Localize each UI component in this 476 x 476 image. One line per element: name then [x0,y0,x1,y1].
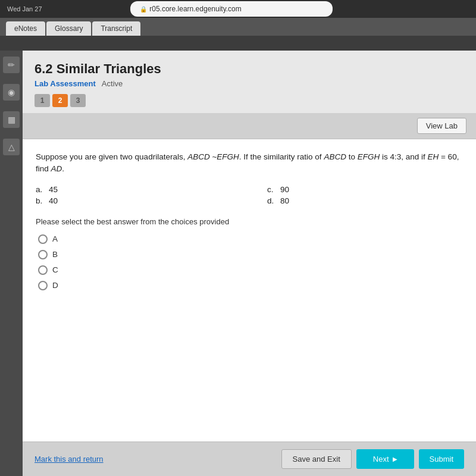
question-tabs: 1 2 3 [35,94,464,107]
tab-transcript[interactable]: Transcript [92,21,140,36]
radio-option-a[interactable]: A [38,234,463,244]
tab-enotes[interactable]: eNotes [6,21,45,36]
question-text: Suppose you are given two quadrilaterals… [36,151,463,176]
page-subtitle-row: Lab Assessment Active [35,79,464,88]
answer-a-label: a. [36,185,45,194]
tab-bar: eNotes Glossary Transcript [0,18,476,36]
mark-return-link[interactable]: Mark this and return [35,455,104,464]
active-badge: Active [102,79,123,88]
radio-circle-d[interactable] [38,281,48,290]
lab-assessment-label: Lab Assessment [35,79,96,88]
submit-button[interactable]: Submit [419,449,464,469]
next-button[interactable]: Next [356,449,414,469]
answer-a: a. 45 [36,185,231,194]
radio-circle-b[interactable] [38,250,48,259]
view-lab-button[interactable]: View Lab [417,118,466,134]
tab-glossary[interactable]: Glossary [46,21,91,36]
radio-label-b: B [52,250,58,259]
save-exit-button[interactable]: Save and Exit [281,449,352,469]
footer-bar: Mark this and return Save and Exit Next … [23,441,476,476]
radio-circle-c[interactable] [38,265,48,275]
browser-titlebar: Wed Jan 27 🔒 r05.core.learn.edgenuity.co… [0,0,476,18]
question-tab-1[interactable]: 1 [35,94,50,107]
url-text: r05.core.learn.edgenuity.com [149,5,242,13]
answer-a-value: 45 [49,185,58,194]
answer-b-value: 40 [49,196,58,205]
url-bar[interactable]: 🔒 r05.core.learn.edgenuity.com [130,1,333,17]
radio-group: A B C D [36,234,463,290]
sidebar-icons: ✏ ◉ ▦ △ [0,51,23,476]
main-panel: ✏ ◉ ▦ △ 6.2 Similar Triangles Lab Assess… [0,51,476,476]
calculator-icon[interactable]: ▦ [3,111,20,128]
content-area: 6.2 Similar Triangles Lab Assessment Act… [23,51,476,476]
headphones-icon[interactable]: ◉ [3,84,20,101]
answer-d: d. 80 [267,196,463,205]
radio-circle-a[interactable] [38,234,48,244]
question-content: Suppose you are given two quadrilaterals… [23,139,476,441]
graph-icon[interactable]: △ [3,139,20,155]
radio-option-b[interactable]: B [38,250,463,259]
radio-label-a: A [52,234,58,243]
answer-c-value: 90 [280,185,289,194]
view-lab-bar: View Lab [23,113,476,139]
pencil-icon[interactable]: ✏ [3,57,20,73]
answer-b-label: b. [36,196,45,205]
browser-date: Wed Jan 27 [7,5,42,12]
radio-option-d[interactable]: D [38,281,463,290]
page-title: 6.2 Similar Triangles [35,61,464,77]
answer-grid: a. 45 c. 90 b. 40 d. 80 [36,185,463,205]
radio-option-c[interactable]: C [38,265,463,275]
lock-icon: 🔒 [140,6,147,12]
select-prompt: Please select the best answer from the c… [36,217,463,226]
page-header: 6.2 Similar Triangles Lab Assessment Act… [23,51,476,113]
answer-c: c. 90 [267,185,463,194]
radio-label-d: D [52,281,58,290]
browser-chrome: Wed Jan 27 🔒 r05.core.learn.edgenuity.co… [0,0,476,51]
answer-b: b. 40 [36,196,231,205]
answer-d-value: 80 [280,196,289,205]
question-tab-2[interactable]: 2 [52,94,68,107]
footer-buttons: Save and Exit Next Submit [281,449,464,469]
answer-d-label: d. [267,196,277,205]
question-tab-3[interactable]: 3 [70,94,86,107]
answer-c-label: c. [267,185,277,194]
radio-label-c: C [52,265,58,274]
